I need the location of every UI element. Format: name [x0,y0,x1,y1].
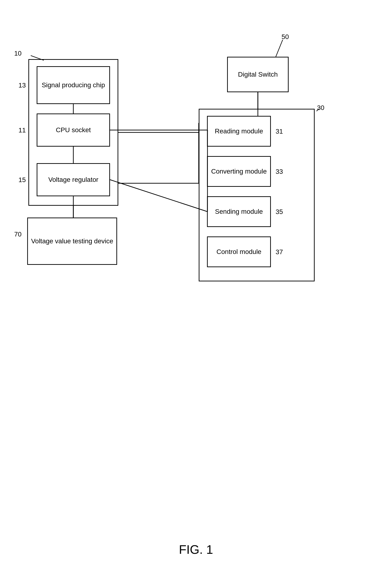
label-50: 50 [282,33,289,41]
label-33: 33 [276,168,283,175]
label-37: 37 [276,248,283,256]
reading-module-box: Reading module [207,116,271,147]
diagram: 10 50 30 Signal producing chip CPU socke… [0,19,392,585]
label-13: 13 [18,81,26,89]
svg-line-16 [110,180,208,212]
signal-chip-box: Signal producing chip [37,66,110,104]
label-70: 70 [14,231,22,238]
voltage-test-box: Voltage value testing device [27,218,117,265]
sending-module-box: Sending module [207,196,271,227]
digital-switch-box: Digital Switch [227,57,288,92]
figure-label: FIG. 1 [179,543,213,557]
svg-line-9 [276,40,283,57]
label-10: 10 [14,50,22,57]
converting-module-box: Converting module [207,156,271,187]
label-30: 30 [317,104,324,112]
cpu-socket-box: CPU socket [37,113,110,147]
label-15: 15 [18,176,26,184]
voltage-reg-box: Voltage regulator [37,163,110,196]
label-35: 35 [276,208,283,216]
label-31: 31 [276,128,283,135]
label-11: 11 [18,126,26,134]
control-module-box: Control module [207,236,271,267]
